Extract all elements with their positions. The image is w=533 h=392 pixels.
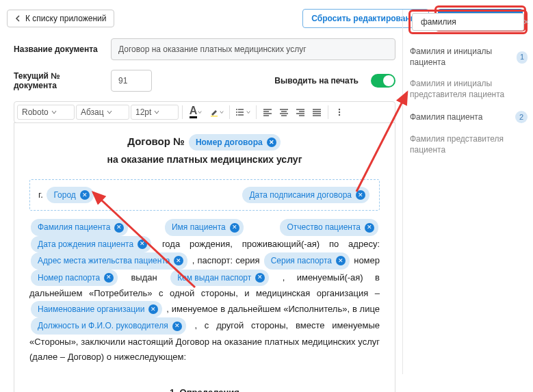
pill-org[interactable]: Наименование организации✕ (31, 301, 162, 317)
pill-remove-icon[interactable]: ✕ (104, 273, 114, 283)
search-highlight: × (408, 10, 528, 34)
pill-address[interactable]: Адрес места жительства пациента✕ (31, 252, 187, 269)
pill-pass-issued[interactable]: Кем выдан паспорт✕ (170, 270, 269, 286)
var-item-3[interactable]: Фамилия представителя пациента (408, 129, 528, 161)
pill-remove-icon[interactable]: ✕ (138, 239, 147, 249)
toolbar-align-justify[interactable] (309, 105, 324, 120)
pill-contract-number[interactable]: Номер договора✕ (189, 134, 281, 151)
back-button-label: К списку приложений (25, 14, 107, 23)
pill-remove-icon[interactable]: ✕ (172, 322, 182, 331)
editor-body[interactable]: Договор № Номер договора✕ на оказание пл… (14, 123, 395, 392)
var-item-label: Фамилия представителя пациента (410, 134, 528, 155)
cur-num-input[interactable] (111, 70, 152, 92)
pill-name[interactable]: Имя пациента✕ (165, 219, 244, 235)
toolbar-list[interactable] (233, 105, 252, 120)
chevron-down-icon (246, 110, 250, 114)
pill-city[interactable]: Город✕ (47, 187, 93, 203)
toolbar-text-color[interactable]: A (186, 105, 205, 120)
doc-name-value[interactable] (118, 44, 388, 54)
print-label: Выводить на печать (274, 76, 359, 86)
pill-remove-icon[interactable]: ✕ (148, 304, 158, 314)
city-prefix: г. (38, 190, 43, 200)
chevron-down-icon (51, 109, 57, 115)
svg-point-3 (236, 114, 237, 116)
var-item-1[interactable]: Фамилия и инициалы представителя пациент… (408, 73, 528, 105)
chevron-down-icon (198, 110, 202, 114)
pill-remove-icon[interactable]: ✕ (80, 190, 90, 200)
pill-remove-icon[interactable]: ✕ (230, 223, 239, 233)
doc-section-1: 1. Определения (29, 385, 380, 392)
editor-body-wrap: Договор № Номер договора✕ на оказание пл… (14, 122, 395, 392)
search-input[interactable] (421, 17, 523, 27)
doc-subheading: на оказание платных медицинских услуг (29, 152, 380, 168)
dashed-container: г. Город✕ Дата подписания договора✕ (29, 179, 380, 211)
doc-name-input[interactable] (111, 38, 395, 60)
pill-remove-icon[interactable]: ✕ (267, 138, 276, 147)
pill-remove-icon[interactable]: ✕ (336, 256, 346, 265)
align-left-icon (263, 107, 272, 117)
editor-toolbar: Roboto Абзац 12pt A (14, 101, 395, 123)
var-item-badge: 2 (515, 111, 528, 123)
var-item-label: Фамилия пациента (410, 112, 482, 123)
toolbar-bg-color[interactable] (207, 105, 226, 120)
toolbar-align-left[interactable] (260, 105, 275, 120)
var-item-0[interactable]: Фамилия и инициалы пациента 1 (408, 41, 528, 73)
svg-point-2 (236, 112, 237, 113)
doc-heading-text: Договор № (127, 135, 184, 147)
doc-paragraph-main: Фамилия пациента✕ Имя пациента✕ Отчество… (29, 219, 380, 365)
chevron-down-icon (154, 109, 159, 115)
toolbar-align-center[interactable] (276, 105, 291, 120)
toolbar-align-right[interactable] (293, 105, 308, 120)
pill-manager-fio[interactable]: Должность и Ф.И.О. руководителя✕ (31, 317, 186, 334)
toolbar-size-select[interactable]: 12pt (131, 105, 179, 120)
pill-remove-icon[interactable]: ✕ (114, 223, 124, 233)
var-item-2[interactable]: Фамилия пациента 2 (408, 105, 528, 129)
back-button[interactable]: К списку приложений (7, 10, 114, 27)
var-item-badge: 1 (517, 51, 528, 64)
pill-remove-icon[interactable]: ✕ (356, 190, 365, 200)
pill-dob[interactable]: Дата рождения пациента✕ (31, 236, 151, 252)
align-center-icon (279, 107, 289, 117)
pill-sign-date[interactable]: Дата подписания договора✕ (242, 187, 369, 203)
pill-remove-icon[interactable]: ✕ (365, 223, 374, 233)
toolbar-more[interactable] (332, 105, 347, 120)
toolbar-para-select[interactable]: Абзац (76, 105, 129, 120)
pill-pass-series[interactable]: Серия паспорта✕ (264, 252, 350, 269)
more-vertical-icon (335, 107, 344, 117)
doc-name-label: Название документа (14, 44, 103, 54)
highlighter-icon (209, 107, 219, 117)
print-toggle[interactable] (371, 74, 395, 88)
align-justify-icon (312, 107, 322, 117)
pill-remove-icon[interactable]: ✕ (255, 273, 265, 283)
svg-point-5 (339, 112, 340, 113)
svg-point-1 (236, 109, 237, 110)
align-right-icon (296, 107, 305, 117)
pill-surname[interactable]: Фамилия пациента✕ (31, 219, 128, 235)
chevron-down-icon (107, 109, 112, 115)
svg-point-6 (339, 114, 340, 116)
pill-pass-number[interactable]: Номер паспорта✕ (31, 270, 118, 286)
var-item-label: Фамилия и инициалы пациента (410, 47, 517, 68)
close-icon[interactable]: × (523, 16, 529, 27)
chevron-down-icon (220, 110, 224, 114)
pill-patronymic[interactable]: Отчество пациента✕ (280, 219, 378, 235)
pill-remove-icon[interactable]: ✕ (174, 256, 183, 265)
chevron-left-icon (14, 15, 21, 22)
svg-rect-0 (211, 116, 218, 117)
cur-num-label: Текущий № документа (14, 71, 103, 90)
svg-point-4 (339, 109, 340, 110)
toolbar-font-select[interactable]: Roboto (17, 105, 75, 120)
editor-scroll[interactable]: Договор № Номер договора✕ на оказание пл… (14, 123, 395, 392)
list-icon (236, 107, 246, 117)
cur-num-value[interactable] (118, 76, 144, 86)
var-item-label: Фамилия и инициалы представителя пациент… (410, 79, 528, 100)
